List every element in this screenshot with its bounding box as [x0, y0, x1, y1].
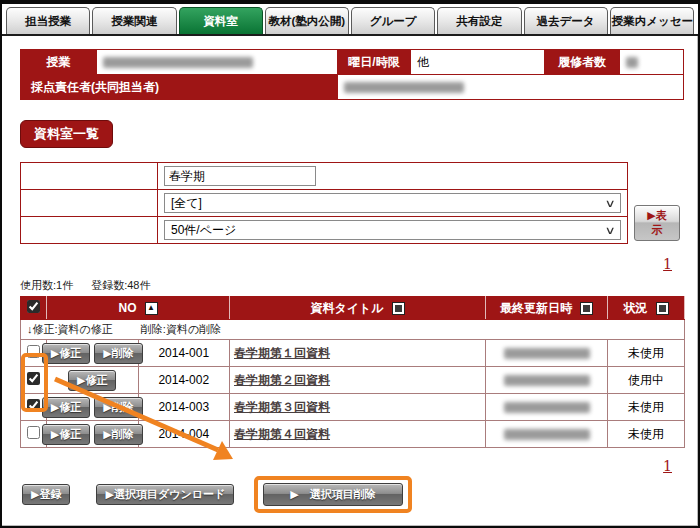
no-header-label: NO: [119, 301, 137, 315]
pagination-bottom: 1: [2, 458, 672, 474]
blurred-updated-date: [504, 402, 590, 413]
tab-past-data[interactable]: 過去データ: [524, 7, 608, 34]
download-selected-button[interactable]: ▶選択項目ダウンロード: [96, 484, 234, 505]
page-link-1[interactable]: 1: [663, 458, 672, 474]
edit-button[interactable]: ▶修正: [42, 343, 90, 364]
page-link-1[interactable]: 1: [663, 256, 672, 272]
grader-value: [338, 75, 684, 100]
row-check-cell: [21, 367, 47, 394]
updated-cell: [486, 421, 608, 448]
tab-teaching-materials[interactable]: 教材(塾内公開): [265, 7, 349, 34]
row-buttons-cell: ▶修正 ▶削除: [47, 340, 139, 367]
updated-cell: [486, 394, 608, 421]
status-header-label: 状況: [624, 300, 648, 317]
materials-table-body: ↓修正:資料の修正削除:資料の削除 ▶修正 ▶削除 2014-001 春学期第１…: [21, 320, 685, 448]
sort-ascending-icon[interactable]: ▲: [145, 302, 158, 315]
status-select-value: [全て]: [171, 195, 202, 212]
enrolled-value: [620, 50, 684, 75]
select-all-header: [21, 297, 47, 320]
tab-share-settings[interactable]: 共有設定: [437, 7, 521, 34]
row-buttons-cell: ▶修正 ▶削除: [47, 421, 139, 448]
material-title-link[interactable]: 春学期第１回資料: [234, 346, 330, 360]
tab-assigned-classes[interactable]: 担当授業: [6, 7, 90, 34]
blurred-class-name: [103, 57, 253, 68]
filter-perpage-cell: 50件/ページ ∨: [158, 217, 628, 244]
enrolled-label: 履修者数: [545, 50, 620, 75]
table-row: ▶修正 ▶削除 2014-004 春学期第４回資料 未使用: [21, 421, 685, 448]
delete-button[interactable]: ▶削除: [94, 424, 142, 445]
legend-cell: ↓修正:資料の修正削除:資料の削除: [21, 320, 685, 340]
blurred-updated-date: [504, 429, 590, 440]
table-row: ▶修正 ▶削除 2014-003 春学期第３回資料 未使用: [21, 394, 685, 421]
select-all-checkbox[interactable]: [27, 300, 40, 313]
delete-button[interactable]: ▶削除: [94, 343, 142, 364]
chevron-down-icon: ∨: [605, 197, 616, 210]
material-title-link[interactable]: 春学期第２回資料: [234, 373, 330, 387]
status-text: 使用中: [608, 367, 685, 394]
material-title-cell: 春学期第４回資料: [230, 421, 486, 448]
updated-cell: [486, 367, 608, 394]
counts-line: 使用数:1件登録数:48件: [20, 278, 698, 293]
material-title-link[interactable]: 春学期第４回資料: [234, 427, 330, 441]
chevron-down-icon: ∨: [605, 224, 616, 237]
tab-bar: 担当授業授業関連資料室教材(塾内公開)グループ共有設定過去データ授業内メッセージ: [2, 4, 698, 36]
legend-delete: 削除:資料の削除: [141, 323, 221, 335]
day-period-value: 他: [411, 50, 545, 75]
tab-class-messages[interactable]: 授業内メッセージ: [610, 7, 694, 34]
blurred-grader-name: [344, 82, 464, 93]
filter-status-label: 状況: [21, 190, 158, 217]
register-button[interactable]: ▶登録: [22, 484, 70, 505]
row-buttons-cell: ▶修正 ▶削除: [47, 394, 139, 421]
updated-header: 最終更新日時: [486, 297, 608, 320]
table-header-row: NO ▲ 資料タイトル 最終更新日時: [21, 297, 685, 320]
status-text: 未使用: [608, 394, 685, 421]
sort-icon[interactable]: [580, 302, 593, 315]
status-text: 未使用: [608, 340, 685, 367]
row-checkbox[interactable]: [27, 372, 40, 385]
table-row: ▶修正 ▶削除 2014-001 春学期第１回資料 未使用: [21, 340, 685, 367]
status-header: 状況: [608, 297, 685, 320]
row-checkbox[interactable]: [27, 399, 40, 412]
tab-materials-room[interactable]: 資料室: [179, 7, 263, 34]
show-button[interactable]: ▶表示: [634, 205, 680, 241]
class-label: 授業: [21, 50, 97, 75]
annotation-delete-frame: ▶ 選択項目削除: [254, 476, 411, 513]
tab-class-related[interactable]: 授業関連: [92, 7, 176, 34]
actions-bar: ▶登録 ▶選択項目ダウンロード ▶ 選択項目削除: [22, 476, 698, 513]
tab-group[interactable]: グループ: [351, 7, 435, 34]
legend-row: ↓修正:資料の修正削除:資料の削除: [21, 320, 685, 340]
filter-status-cell: [全て] ∨: [158, 190, 628, 217]
status-text: 未使用: [608, 421, 685, 448]
sort-icon[interactable]: [656, 302, 669, 315]
edit-button[interactable]: ▶修正: [42, 397, 90, 418]
edit-button[interactable]: ▶修正: [42, 424, 90, 445]
delete-selected-button[interactable]: ▶ 選択項目削除: [263, 483, 402, 506]
material-title-cell: 春学期第３回資料: [230, 394, 486, 421]
updated-cell: [486, 340, 608, 367]
edit-button[interactable]: ▶修正: [68, 370, 116, 391]
filter-table: 資料タイトル 状況 [全て] ∨ 表示件数 50件/ページ: [20, 162, 628, 244]
sort-icon[interactable]: [392, 302, 405, 315]
per-page-select[interactable]: 50件/ページ ∨: [164, 220, 621, 240]
registered-count: 登録数:48件: [91, 279, 150, 291]
pagination-top: 1: [2, 256, 672, 272]
material-title-input[interactable]: [164, 166, 316, 186]
filter-area: 資料タイトル 状況 [全て] ∨ 表示件数 50件/ページ: [20, 162, 680, 244]
delete-button[interactable]: ▶削除: [94, 397, 142, 418]
material-title-cell: 春学期第１回資料: [230, 340, 486, 367]
filter-perpage-label: 表示件数: [21, 217, 158, 244]
material-no: 2014-004: [138, 421, 230, 448]
day-period-label: 曜日/時限: [338, 50, 411, 75]
title-header-label: 資料タイトル: [310, 300, 383, 317]
blurred-updated-date: [504, 348, 590, 359]
materials-list-button[interactable]: 資料室一覧: [20, 120, 113, 148]
row-checkbox[interactable]: [27, 426, 40, 439]
no-header: NO ▲: [47, 297, 230, 320]
legend-edit: ↓修正:資料の修正: [27, 323, 113, 335]
status-select[interactable]: [全て] ∨: [164, 193, 621, 213]
title-header: 資料タイトル: [230, 297, 486, 320]
row-buttons-cell: ▶修正: [47, 367, 139, 394]
filter-title-cell: [158, 163, 628, 190]
material-title-link[interactable]: 春学期第３回資料: [234, 400, 330, 414]
row-checkbox[interactable]: [27, 345, 40, 358]
